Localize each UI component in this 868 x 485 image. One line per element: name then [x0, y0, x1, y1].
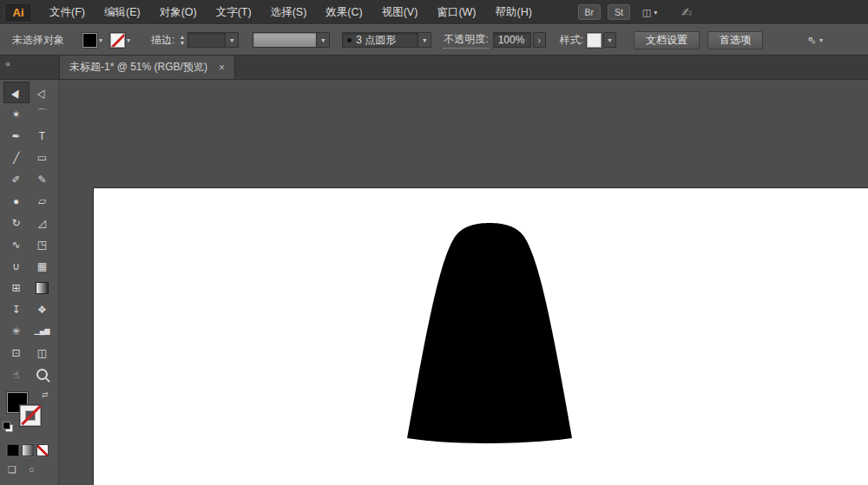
tool-selection[interactable]: ▶	[3, 82, 30, 103]
workspace-switcher[interactable]: ◫ ▾	[642, 7, 657, 18]
style-chevron[interactable]: ▾	[603, 32, 616, 48]
stroke-weight-input[interactable]	[187, 32, 226, 48]
selection-status-label: 未选择对象	[12, 33, 64, 48]
fill-color-swatch[interactable]	[83, 34, 96, 47]
tool-magic-wand[interactable]: ✶	[3, 103, 30, 125]
workspace-icon: ◫	[642, 7, 651, 18]
width-profile-chevron[interactable]: ▾	[317, 32, 330, 48]
fill-stroke-wells: ⇄	[0, 392, 58, 436]
tools-collapse-icon[interactable]: «	[5, 58, 10, 69]
document-tab-title: 未标题-1* @ 51% (RGB/预览)	[69, 60, 207, 75]
brush-definition-dropdown[interactable]: 3 点圆形	[342, 32, 418, 48]
drawn-shape[interactable]	[407, 223, 572, 443]
tool-direct-selection[interactable]: ▷	[30, 82, 56, 103]
tool-mesh[interactable]: ⊞	[3, 277, 30, 298]
opacity-expand-arrow[interactable]: ›	[533, 32, 546, 48]
stroke-weight-dropdown[interactable]: ▾	[226, 32, 239, 48]
menu-item-编辑[interactable]: 编辑(E)	[95, 0, 150, 24]
direct-selection-icon: ▷	[35, 86, 49, 99]
default-fill-mini	[3, 422, 10, 429]
chevron-down-icon: ▾	[608, 36, 611, 44]
pencil-icon: ✎	[37, 174, 46, 186]
preferences-button[interactable]: 首选项	[707, 31, 763, 49]
tool-column-graph[interactable]: ▁▄▆	[30, 320, 56, 342]
document-tab[interactable]: 未标题-1* @ 51% (RGB/预览) ×	[59, 55, 235, 79]
tool-eraser[interactable]: ▱	[30, 190, 56, 212]
menu-item-窗口[interactable]: 窗口(W)	[427, 0, 485, 24]
opacity-input[interactable]: 100%	[493, 32, 531, 48]
default-fill-stroke-icon[interactable]	[3, 422, 13, 432]
tool-symbol-sprayer[interactable]: ✳	[3, 320, 30, 342]
gradient-mode-button[interactable]	[22, 444, 34, 456]
shape-builder-icon: ∪	[12, 260, 20, 272]
lasso-icon: ⌒	[37, 107, 48, 121]
tool-eyedropper[interactable]: ↧	[3, 298, 30, 320]
slice-icon: ◫	[37, 347, 47, 359]
color-mode-button[interactable]	[7, 444, 19, 456]
stock-badge-icon[interactable]: St	[608, 4, 630, 20]
tool-pen[interactable]: ✒	[3, 125, 30, 147]
width-profile-dropdown[interactable]	[253, 32, 317, 48]
tool-scale[interactable]: ◿	[30, 212, 56, 233]
artboard[interactable]	[93, 187, 868, 485]
none-mode-button[interactable]	[36, 444, 49, 456]
tool-gradient[interactable]	[30, 277, 56, 298]
menu-item-视图[interactable]: 视图(V)	[372, 0, 428, 24]
stroke-weight-stepper[interactable]: ▲ ▼	[179, 34, 185, 46]
blend-icon: ❖	[37, 304, 47, 316]
tool-blend[interactable]: ❖	[30, 298, 56, 320]
style-swatch[interactable]	[588, 34, 601, 47]
pen-flourish-icon[interactable]: ✍	[681, 5, 692, 19]
chevron-down-icon: ▾	[423, 36, 426, 44]
pasteboard[interactable]	[59, 80, 868, 485]
draw-mode-icon[interactable]: ❏	[8, 464, 16, 475]
tool-pencil[interactable]: ✎	[30, 168, 56, 190]
stepper-down-icon[interactable]: ▼	[179, 40, 185, 46]
tool-type[interactable]: T	[30, 125, 56, 147]
chevron-down-icon[interactable]: ▾	[99, 36, 102, 44]
tool-free-transform[interactable]: ◳	[30, 233, 56, 255]
panel-menu-dropdown[interactable]: ⇖ ▾	[807, 34, 823, 47]
line-segment-icon: ╱	[13, 152, 19, 164]
menu-item-选择[interactable]: 选择(S)	[261, 0, 317, 24]
menu-item-对象[interactable]: 对象(O)	[150, 0, 207, 24]
tool-blob-brush[interactable]: ●	[3, 190, 30, 212]
eraser-icon: ▱	[38, 195, 46, 207]
gradient-icon	[36, 282, 49, 294]
tool-rotate[interactable]: ↻	[3, 212, 30, 233]
tool-paintbrush[interactable]: ✐	[3, 168, 30, 190]
stroke-well[interactable]	[20, 405, 41, 426]
stroke-weight-label: 描边:	[151, 33, 174, 48]
tool-width[interactable]: ∿	[3, 233, 30, 255]
hand-icon: ☝	[13, 369, 19, 381]
menu-item-文字[interactable]: 文字(T)	[207, 0, 261, 24]
tool-line-segment[interactable]: ╱	[3, 147, 30, 168]
bridge-badge-icon[interactable]: Br	[578, 4, 601, 20]
menu-items: 文件(F)编辑(E)对象(O)文字(T)选择(S)效果(C)视图(V)窗口(W)…	[40, 0, 542, 24]
close-icon[interactable]: ×	[219, 62, 225, 74]
tool-rectangle[interactable]: ▭	[30, 147, 56, 168]
tool-zoom[interactable]	[30, 364, 56, 385]
tool-artboard[interactable]: ⊡	[3, 342, 30, 364]
menu-item-帮助[interactable]: 帮助(H)	[486, 0, 542, 24]
tool-perspective-grid[interactable]: ▦	[30, 255, 56, 277]
menu-item-效果[interactable]: 效果(C)	[316, 0, 372, 24]
tool-slice[interactable]: ◫	[30, 342, 56, 364]
scale-icon: ◿	[38, 217, 46, 229]
menu-item-文件[interactable]: 文件(F)	[40, 0, 95, 24]
magic-wand-icon: ✶	[11, 108, 20, 121]
rectangle-icon: ▭	[37, 152, 47, 164]
document-setup-button[interactable]: 文档设置	[634, 31, 700, 49]
brush-definition-chevron[interactable]: ▾	[418, 32, 431, 48]
chevron-down-icon[interactable]: ▾	[127, 36, 130, 44]
tool-hand[interactable]: ☝	[3, 364, 30, 385]
stepper-up-icon[interactable]: ▲	[179, 34, 185, 40]
chevron-down-icon: ▾	[654, 9, 657, 16]
tool-lasso[interactable]: ⌒	[30, 103, 56, 125]
stroke-color-swatch[interactable]	[111, 34, 124, 47]
tool-shape-builder[interactable]: ∪	[3, 255, 30, 277]
opacity-label[interactable]: 不透明度:	[444, 32, 488, 49]
swap-fill-stroke-icon[interactable]: ⇄	[42, 390, 49, 399]
screen-mode-icon[interactable]: ○	[29, 464, 35, 475]
zoom-icon	[36, 369, 48, 380]
